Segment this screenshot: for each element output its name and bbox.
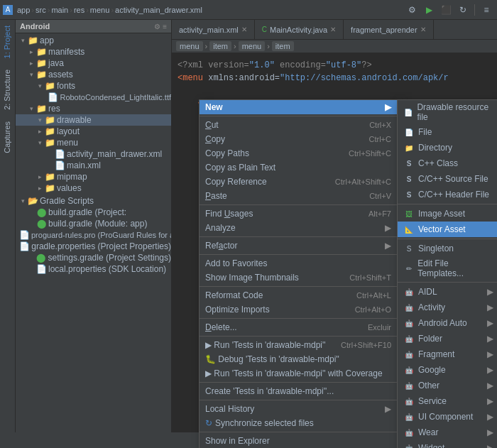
stop-btn[interactable]: ⬛ [438,2,454,18]
ctx-add-favorites[interactable]: Add to Favorites [200,256,397,271]
submenu-ui-component[interactable]: 🤖 UI Component ▶ [398,409,497,425]
ctx-refactor[interactable]: Refactor ▶ [200,239,397,253]
tab-mainactivity-java[interactable]: C MainActivity.java ✕ [255,20,344,39]
arrow-app: ▾ [18,37,27,44]
breadcrumb-src: src [36,6,46,14]
breadcrumb-editor-item2[interactable]: item [272,41,294,51]
tree-item-build-gradle-project[interactable]: ▸ ⬤ build.gradle (Project: [16,207,171,218]
tree-item-values[interactable]: ▸ 📁 values [16,182,171,194]
ctx-cut[interactable]: Cut Ctrl+X [200,118,397,132]
submenu-google[interactable]: 🤖 Google ▶ [398,362,497,378]
ctx-copy-plain-label: Copy as Plain Text [205,163,391,173]
submenu-directory[interactable]: 📁 Directory [398,140,497,155]
tab-fragment-aprender[interactable]: fragment_aprender ✕ [344,20,434,39]
tree-item-proguard[interactable]: ▸ 📄 proguard-rules.pro (ProGuard Rules f… [16,229,171,241]
label-file: File [418,127,432,137]
tab-fragment-aprender-close[interactable]: ✕ [420,26,426,33]
tree-item-activity-main-drawer[interactable]: ▸ 📄 activity_main_drawer.xml [16,148,171,160]
tree-item-main-xml[interactable]: ▸ 📄 main.xml [16,160,171,171]
context-menu-new-item[interactable]: New ▶ [200,100,397,114]
submenu-image-asset[interactable]: 🖼 Image Asset [398,206,497,222]
submenu-other[interactable]: 🤖 Other ▶ [398,378,497,393]
tree-item-settings-gradle[interactable]: ▸ ⬤ settings.gradle (Project Settings) [16,252,171,263]
sidebar-item-captures[interactable]: Captures [0,116,15,159]
tree-item-drawable[interactable]: ▾ 📁 drawable [16,114,171,126]
ctx-show-explorer[interactable]: Show in Explorer [200,434,397,448]
ctx-add-favorites-label: Add to Favorites [205,258,391,268]
arrow-values: ▸ [36,185,44,192]
ctx-find-usages[interactable]: Find Usages Alt+F7 [200,207,397,221]
submenu-cpp-header[interactable]: S C/C++ Header File [398,187,497,202]
submenu-widget[interactable]: 🤖 Widget ▶ [398,440,497,448]
ctx-copy-plain[interactable]: Copy as Plain Text [200,160,397,175]
folder-icon-menu: 📁 [44,138,55,148]
submenu-wear[interactable]: 🤖 Wear ▶ [398,425,497,440]
submenu-android-auto[interactable]: 🤖 Android Auto ▶ [398,315,497,331]
tree-item-app[interactable]: ▾ 📁 app [16,35,171,46]
tab-mainactivity-java-close[interactable]: ✕ [330,26,336,33]
ctx-local-history[interactable]: Local History ▶ [200,402,397,416]
tree-item-mipmap[interactable]: ▸ 📁 mipmap [16,171,171,182]
sidebar-item-structure[interactable]: 2: Structure [0,64,15,116]
ctx-local-history-label: Local History [205,404,385,414]
tree-item-fonts[interactable]: ▾ 📁 fonts [16,80,171,92]
breadcrumb-editor-menu1[interactable]: menu [176,41,203,51]
submenu-cpp-source[interactable]: S C/C++ Source File [398,171,497,187]
settings-btn[interactable]: ⚙ [404,2,420,18]
panel-settings-btn[interactable]: ⚙ [154,23,160,31]
run-btn[interactable]: ▶ [421,2,437,18]
ctx-copy-paths[interactable]: Copy Paths Ctrl+Shift+C [200,146,397,160]
ctx-run-tests[interactable]: ▶ Run 'Tests in 'drawable-mdpi'' Ctrl+Sh… [200,338,397,352]
tab-activity-main-xml[interactable]: activity_main.xml ✕ [172,20,255,39]
ctx-run-tests-coverage[interactable]: ▶ Run 'Tests in 'drawable-mdpi'' with Co… [200,366,397,381]
tab-activity-main-xml-close[interactable]: ✕ [241,26,247,33]
submenu-singleton[interactable]: S Singleton [398,241,497,256]
submenu-folder[interactable]: 🤖 Folder ▶ [398,331,497,346]
tree-item-local-properties[interactable]: ▸ 📄 local.properties (SDK Location) [16,263,171,275]
tree-item-res[interactable]: ▾ 📁 res [16,103,171,114]
tree-item-build-gradle-module[interactable]: ▸ ⬤ build.gradle (Module: app) [16,218,171,229]
ctx-copy-reference-shortcut: Ctrl+Alt+Shift+C [335,177,391,186]
sidebar-item-project[interactable]: 1: Project [0,20,15,64]
label-main-xml: main.xml [67,160,101,170]
ctx-optimize-imports[interactable]: Optimize Imports Ctrl+Alt+O [200,302,397,317]
ctx-reformat[interactable]: Reformat Code Ctrl+Alt+L [200,288,397,302]
submenu-service[interactable]: 🤖 Service ▶ [398,393,497,409]
ctx-show-thumbnails[interactable]: Show Image Thumbnails Ctrl+Shift+T [200,271,397,285]
tree-item-assets[interactable]: ▾ 📁 assets [16,69,171,80]
label-settings-gradle: settings.gradle (Project Settings) [48,253,171,263]
sync-btn[interactable]: ↻ [455,2,471,18]
submenu-vector-asset[interactable]: 📐 Vector Asset [398,222,497,237]
ctx-delete[interactable]: Delete... Excluir [200,320,397,334]
breadcrumb-editor-menu2[interactable]: menu [239,41,266,51]
submenu-activity[interactable]: 🤖 Activity ▶ [398,300,497,315]
tree-item-manifests[interactable]: ▸ 📁 manifests [16,46,171,58]
menu-btn[interactable]: ≡ [479,2,494,18]
icon-fragment: 🤖 [403,349,415,360]
tree-item-java[interactable]: ▸ 📁 java [16,58,171,69]
panel-gear-btn[interactable]: ≡ [163,23,167,31]
ctx-debug-tests[interactable]: 🐛 Debug 'Tests in 'drawable-mdpi'' [200,352,397,366]
ctx-create-tests[interactable]: Create 'Tests in 'drawable-mdpi''... [200,384,397,398]
submenu-cpp-class[interactable]: S C++ Class [398,155,497,171]
submenu-edit-templates[interactable]: ✏ Edit File Templates... [398,256,497,280]
submenu-aidl[interactable]: 🤖 AIDL ▶ [398,284,497,300]
ctx-analyze[interactable]: Analyze ▶ [200,221,397,235]
label-local-properties: local.properties (SDK Location) [48,264,166,274]
tree-item-menu[interactable]: ▾ 📁 menu [16,137,171,148]
ctx-copy-reference[interactable]: Copy Reference Ctrl+Alt+Shift+C [200,175,397,189]
breadcrumb-editor-item1[interactable]: item [209,41,231,51]
ctx-copy[interactable]: Copy Ctrl+C [200,132,397,146]
ctx-sync[interactable]: ↻ Synchronize selected files [200,416,397,430]
tree-item-gradle-scripts[interactable]: ▾ 📂 Gradle Scripts [16,195,171,207]
tree-item-layout[interactable]: ▸ 📁 layout [16,126,171,137]
ctx-sync-label: Synchronize selected files [215,418,391,428]
icon-wear: 🤖 [403,427,415,438]
submenu-file[interactable]: 📄 File [398,124,497,140]
ctx-paste[interactable]: Paste Ctrl+V [200,189,397,203]
icon-cpp-header: S [403,189,415,200]
submenu-drawable-resource[interactable]: 📄 Drawable resource file [398,100,497,124]
submenu-fragment[interactable]: 🤖 Fragment ▶ [398,346,497,362]
tree-item-robotocondensed[interactable]: ▸ 📄 RobotoCondensed_LightItalic.ttf [16,92,171,103]
tree-item-gradle-properties[interactable]: ▸ 📄 gradle.properties (Project Propertie… [16,241,171,252]
